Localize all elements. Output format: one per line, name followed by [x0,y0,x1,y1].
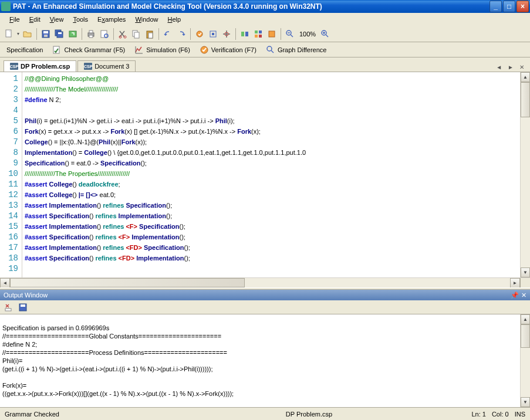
svg-rect-21 [212,33,214,35]
menu-tools[interactable]: Tools [68,15,93,24]
simulation-button[interactable]: Simulation (F6) [130,43,194,56]
spec-dropdown[interactable]: Specification [2,45,47,55]
open-button[interactable] [21,28,34,40]
line-gutter: 12345678910111213141516171819 [0,72,22,277]
svg-rect-25 [255,31,258,33]
tool-c-button[interactable] [220,28,233,40]
svg-point-34 [267,46,272,51]
titlebar: PAT - An Enhanced Simulation and Model C… [0,0,530,13]
new-button[interactable] [2,28,15,40]
svg-rect-37 [21,304,25,307]
svg-rect-9 [89,31,93,33]
tab-dp-problem[interactable]: CSPDP Problem.csp [4,60,76,72]
output-panel: Specification is parsed in 0.6996969s//=… [0,314,530,407]
menu-edit[interactable]: Edit [25,15,45,24]
menu-window[interactable]: Window [130,15,163,24]
tab-document-3[interactable]: CSPDocument 3 [77,60,136,72]
tab-next-button[interactable]: ► [505,63,516,72]
tool-a-button[interactable] [193,28,206,40]
svg-rect-24 [245,32,248,36]
scroll-up-button[interactable]: ▲ [521,72,530,82]
menu-file[interactable]: File [5,15,25,24]
tab-prev-button[interactable]: ◄ [494,63,504,72]
tool-b-button[interactable] [207,28,220,40]
tool-f-button[interactable] [265,28,278,40]
scroll-down-button[interactable]: ▼ [521,267,530,277]
output-save-button[interactable] [16,301,29,314]
close-button[interactable]: × [517,1,529,12]
scroll-down-button[interactable]: ▼ [521,397,530,407]
menu-help[interactable]: Help [163,15,186,24]
maximize-button[interactable]: □ [503,1,515,12]
status-filename: DP Problem.csp [181,411,437,418]
svg-rect-6 [58,32,62,34]
svg-rect-3 [44,35,48,37]
csp-file-icon: CSP [84,63,92,70]
redo-button[interactable] [175,28,188,40]
scroll-thumb[interactable] [521,324,530,348]
scroll-right-button[interactable]: ► [510,278,520,288]
toolbar-main: ▾ 100% [0,26,530,42]
code-editor[interactable]: 12345678910111213141516171819 //@@Dining… [0,72,530,277]
check-grammar-button[interactable]: Check Grammar (F5) [48,43,129,56]
svg-rect-29 [269,31,275,37]
print-button[interactable] [85,28,97,40]
scroll-left-button[interactable]: ◄ [0,278,10,288]
zoom-in-button[interactable] [319,28,332,40]
verification-button[interactable]: Verification (F7) [195,43,261,56]
copy-button[interactable] [130,28,143,40]
svg-rect-27 [255,35,258,38]
paste-button[interactable] [143,28,156,40]
minimize-button[interactable]: _ [490,1,502,12]
tab-close-button[interactable]: ✕ [517,63,526,72]
tool-d-button[interactable] [238,28,251,40]
status-col: Col: 0 [492,411,509,418]
tab-nav: ◄ ► ✕ [494,63,526,72]
print-preview-button[interactable] [98,28,111,40]
output-clear-button[interactable] [2,301,15,314]
svg-rect-28 [259,35,262,38]
toolbar-secondary: Specification Check Grammar (F5) Simulat… [0,42,530,57]
graph-diff-button[interactable]: Graph Difference [262,43,331,56]
output-scrollbar[interactable]: ▲ ▼ [520,314,530,407]
vertical-scrollbar[interactable]: ▲ ▼ [520,72,530,277]
svg-rect-18 [148,33,153,38]
scroll-track[interactable] [521,117,530,267]
csp-file-icon: CSP [10,63,18,70]
svg-rect-7 [69,31,76,37]
svg-rect-23 [241,32,244,36]
scroll-thumb[interactable] [521,82,530,117]
window-title: PAT - An Enhanced Simulation and Model C… [13,2,488,11]
scroll-corner [520,278,530,287]
menu-examples[interactable]: Examples [93,15,130,24]
undo-button[interactable] [161,28,174,40]
cut-button[interactable] [116,28,129,40]
output-toolbar [0,300,530,314]
tabbar: CSPDP Problem.csp CSPDocument 3 ◄ ► ✕ [0,57,530,72]
menubar: File Edit View Tools Examples Window Hel… [0,13,530,26]
svg-rect-16 [134,32,139,38]
scroll-up-button[interactable]: ▲ [521,314,530,324]
tool-e-button[interactable] [252,28,265,40]
svg-point-19 [197,31,202,37]
statusbar: Grammar Checked DP Problem.csp Ln: 1 Col… [0,407,530,420]
save-all-button[interactable] [53,28,66,40]
code-area[interactable]: //@@Dining Philosopher@@////////////////… [22,72,520,277]
menu-view[interactable]: View [45,15,69,24]
scroll-thumb-h[interactable] [10,278,245,287]
save-button[interactable] [39,28,52,40]
scroll-track-h[interactable] [245,278,510,287]
output-text[interactable]: Specification is parsed in 0.6996969s//=… [0,314,520,407]
zoom-out-button[interactable] [283,28,296,40]
output-close-button[interactable]: ✕ [521,292,526,299]
svg-rect-26 [259,31,262,33]
export-button[interactable] [66,28,79,40]
zoom-level[interactable]: 100% [297,31,318,38]
svg-rect-10 [89,35,93,38]
output-title-text: Output Window [4,292,48,299]
output-pin-button[interactable]: 📌 [511,292,519,299]
scroll-track[interactable] [521,348,530,397]
new-dropdown[interactable]: ▾ [16,31,21,36]
svg-rect-2 [43,31,48,33]
horizontal-scrollbar[interactable]: ◄ ► [0,277,530,287]
